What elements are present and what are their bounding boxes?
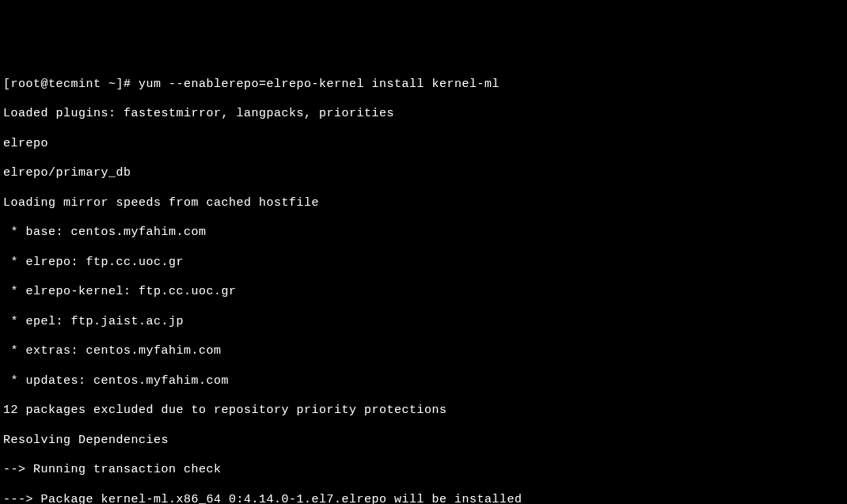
output-line: Resolving Dependencies bbox=[3, 434, 844, 449]
mirror-line: * elrepo-kernel: ftp.cc.uoc.gr bbox=[3, 285, 844, 300]
mirror-line: * extras: centos.myfahim.com bbox=[3, 344, 844, 359]
mirror-line: * base: centos.myfahim.com bbox=[3, 225, 844, 241]
mirror-line: * updates: centos.myfahim.com bbox=[3, 374, 844, 389]
command-text: yum --enablerepo=elrepo-kernel install k… bbox=[139, 78, 499, 91]
output-line: 12 packages excluded due to repository p… bbox=[3, 404, 844, 419]
output-line: elrepo bbox=[3, 137, 844, 152]
prompt-line: [root@tecmint ~]# yum --enablerepo=elrep… bbox=[3, 78, 844, 93]
terminal-output[interactable]: [root@tecmint ~]# yum --enablerepo=elrep… bbox=[3, 63, 844, 504]
shell-prompt: [root@tecmint ~]# bbox=[3, 78, 139, 91]
mirror-line: * elrepo: ftp.cc.uoc.gr bbox=[3, 256, 844, 271]
output-line: --> Running transaction check bbox=[3, 463, 844, 478]
output-line: ---> Package kernel-ml.x86_64 0:4.14.0-1… bbox=[3, 493, 844, 504]
output-line: Loading mirror speeds from cached hostfi… bbox=[3, 196, 844, 211]
mirror-line: * epel: ftp.jaist.ac.jp bbox=[3, 315, 844, 330]
output-line: elrepo/primary_db bbox=[3, 166, 844, 181]
output-line: Loaded plugins: fastestmirror, langpacks… bbox=[3, 107, 844, 122]
